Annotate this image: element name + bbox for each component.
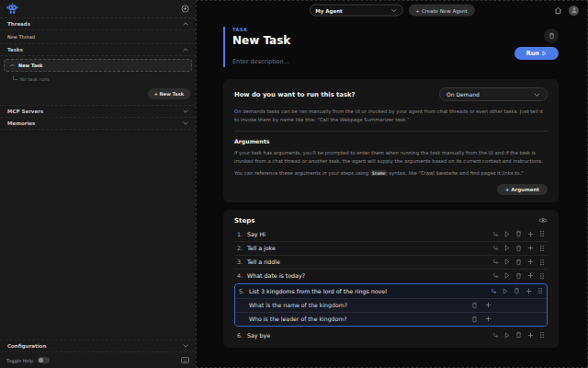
sidebar-item-new-task-selected[interactable]: New Task <box>4 59 192 72</box>
drag-handle-icon[interactable] <box>539 259 545 266</box>
trash-icon[interactable] <box>514 287 520 294</box>
new-task-button-row: + New Task <box>0 85 196 106</box>
substep-text[interactable]: Who is the leader of the kingdom? <box>249 316 471 322</box>
step-actions <box>492 272 545 280</box>
task-description-input[interactable] <box>232 58 435 65</box>
plus-icon[interactable] <box>527 231 534 237</box>
user-avatar[interactable] <box>569 6 579 16</box>
play-icon[interactable] <box>504 272 510 279</box>
new-thread-icon[interactable] <box>181 5 189 13</box>
caret-up-icon[interactable] <box>10 63 15 67</box>
trash-icon[interactable] <box>515 331 522 339</box>
eye-icon[interactable] <box>538 217 548 224</box>
keyboard-icon[interactable] <box>181 357 189 363</box>
trash-icon[interactable] <box>471 316 478 323</box>
plus-icon[interactable] <box>527 332 534 339</box>
run-task-button[interactable]: Run <box>514 47 559 60</box>
branch-icon[interactable] <box>492 272 499 279</box>
step-text[interactable]: Say Hi <box>247 231 492 237</box>
sidebar-section-configuration[interactable]: Configuration <box>0 339 196 352</box>
substep-row[interactable]: Who is the leader of the kingdom? <box>235 312 547 326</box>
topbar: My Agent + Create New Agent <box>197 1 587 19</box>
drag-handle-icon[interactable] <box>537 287 543 294</box>
trash-icon[interactable] <box>515 272 522 280</box>
step-row-selected[interactable]: 5. List 3 kingdoms from the lord of the … <box>235 284 547 298</box>
play-icon[interactable] <box>504 231 510 237</box>
app-logo-robot-icon[interactable] <box>6 3 18 15</box>
step-text[interactable]: What date is today? <box>247 272 492 279</box>
chevron-down-icon <box>534 93 540 97</box>
step-row[interactable]: 6. Say bye <box>234 328 548 342</box>
drag-handle-icon[interactable] <box>539 230 545 237</box>
trash-icon[interactable] <box>515 245 522 252</box>
task-title[interactable]: New Task <box>232 34 435 47</box>
step-text[interactable]: Tell a riddle <box>247 259 492 265</box>
step-row[interactable]: 1. Say Hi <box>234 227 548 241</box>
step-actions <box>492 245 545 252</box>
sidebar-section-memories[interactable]: Memories <box>0 118 196 130</box>
play-icon[interactable] <box>504 259 510 265</box>
substep-actions <box>471 316 492 323</box>
add-argument-button[interactable]: + Argument <box>497 184 548 195</box>
sidebar-section-mcp-servers[interactable]: MCP Servers <box>0 106 196 118</box>
sidebar-header <box>0 0 196 18</box>
step-row[interactable]: 4. What date is today? <box>234 269 548 282</box>
plus-icon[interactable] <box>527 245 534 251</box>
plus-icon[interactable] <box>485 302 492 308</box>
create-new-agent-button[interactable]: + Create New Agent <box>408 5 474 17</box>
step-row[interactable]: 2. Tell a joke <box>234 241 548 255</box>
branch-icon[interactable] <box>492 231 499 237</box>
step-text[interactable]: Tell a joke <box>247 245 492 251</box>
step-row[interactable]: 3. Tell a riddle <box>234 255 548 269</box>
step-actions <box>492 331 545 339</box>
plus-icon[interactable] <box>527 259 534 265</box>
topbar-right-group <box>554 6 587 16</box>
delete-task-button[interactable] <box>544 29 559 43</box>
branch-icon-active[interactable] <box>491 288 497 294</box>
sidebar-section-threads[interactable]: Threads <box>0 18 196 30</box>
play-icon[interactable] <box>504 245 510 251</box>
mcp-servers-label: MCP Servers <box>7 109 43 114</box>
play-icon[interactable] <box>504 332 510 339</box>
steps-title: Steps <box>234 217 254 224</box>
sidebar-item-new-thread[interactable]: New Thread <box>0 30 196 44</box>
toggle-help-label: Toggle Help <box>6 358 33 363</box>
drag-handle-icon[interactable] <box>539 272 545 280</box>
plus-icon[interactable] <box>526 288 532 294</box>
branch-icon[interactable] <box>492 259 499 265</box>
run-mode-select[interactable]: On Demand <box>439 87 548 101</box>
trash-icon[interactable] <box>515 259 522 266</box>
drag-handle-icon[interactable] <box>539 245 545 252</box>
substep-text[interactable]: What is the name of the kingdom? <box>249 302 471 308</box>
selected-step-group[interactable]: 5. List 3 kingdoms from the lord of the … <box>234 283 548 327</box>
arguments-description: If your task has arguments, you'll be pr… <box>234 149 548 165</box>
trash-icon[interactable] <box>515 230 522 237</box>
home-icon[interactable] <box>554 6 562 15</box>
steps-header: Steps <box>234 217 548 224</box>
step-text[interactable]: Say bye <box>247 332 492 339</box>
plus-icon[interactable] <box>485 316 492 322</box>
substep-row[interactable]: What is the name of the kingdom? <box>235 298 547 312</box>
topbar-center-group: My Agent + Create New Agent <box>309 5 474 17</box>
steps-card: Steps 1. Say Hi <box>223 210 559 348</box>
agent-select[interactable]: My Agent <box>309 5 402 17</box>
toggle-help-switch[interactable] <box>38 357 50 363</box>
argument-code-token: $name <box>370 170 388 176</box>
new-task-button[interactable]: + New Task <box>148 88 190 99</box>
toggle-knob <box>39 358 43 362</box>
plus-icon[interactable] <box>527 272 534 279</box>
run-config-card: How do you want to run this task? On Dem… <box>223 79 559 202</box>
tree-elbow-icon <box>13 75 17 80</box>
branch-icon[interactable] <box>492 245 499 251</box>
branch-icon[interactable] <box>492 332 499 339</box>
step-text[interactable]: List 3 kingdoms from the lord of the rin… <box>249 288 491 294</box>
sidebar-spacer <box>0 130 196 339</box>
main-area: My Agent + Create New Agent <box>196 0 588 368</box>
trash-icon[interactable] <box>471 302 478 309</box>
sidebar-footer: Toggle Help <box>0 352 196 368</box>
chevron-down-icon <box>183 121 188 125</box>
run-mode-value: On Demand <box>447 91 480 98</box>
drag-handle-icon[interactable] <box>539 331 545 339</box>
play-icon[interactable] <box>503 288 508 294</box>
sidebar-section-tasks[interactable]: Tasks <box>0 44 196 56</box>
